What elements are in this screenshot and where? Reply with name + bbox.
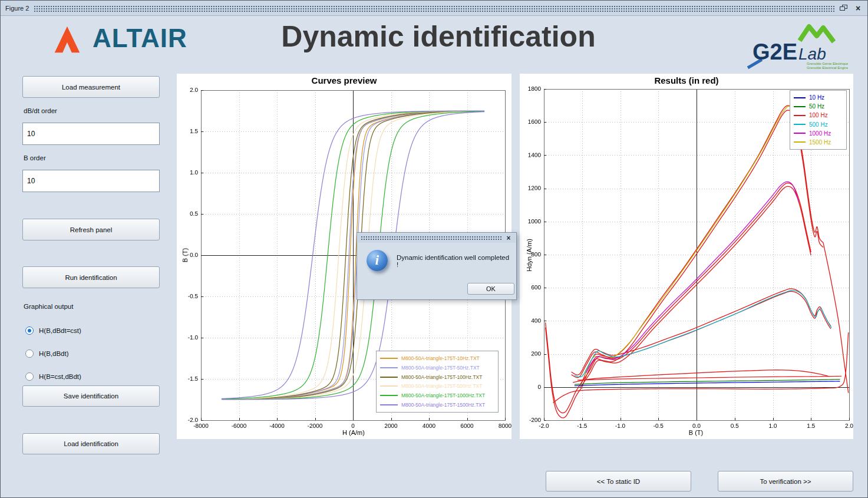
dialog-titlebar[interactable]: × bbox=[358, 233, 516, 243]
radio-label: H(B,dBdt) bbox=[39, 350, 69, 357]
results-y-axis-label: Hdyn (A/m) bbox=[526, 239, 533, 272]
ok-button[interactable]: OK bbox=[467, 283, 514, 295]
legend-line-swatch bbox=[794, 97, 806, 98]
lab-text: Lab bbox=[798, 45, 826, 63]
legend-line-swatch bbox=[380, 385, 398, 387]
dbdt-order-input[interactable] bbox=[22, 123, 160, 145]
mountain-icon bbox=[800, 27, 834, 42]
save-identification-button[interactable]: Save identification bbox=[22, 385, 160, 407]
legend-label: 1500 Hz bbox=[809, 139, 831, 146]
load-identification-button[interactable]: Load identification bbox=[22, 433, 160, 454]
radio-label: H(B=cst,dBdt) bbox=[39, 373, 81, 380]
run-identification-button[interactable]: Run identification bbox=[22, 266, 160, 288]
radio-icon[interactable] bbox=[25, 326, 34, 335]
to-verification-button[interactable]: To verification >> bbox=[718, 471, 853, 492]
curves-chart-title: Curves preview bbox=[177, 75, 511, 85]
legend-line-swatch bbox=[794, 124, 806, 125]
figure-window: Figure 2 × ALTAIR Dynamic identification… bbox=[0, 0, 868, 498]
dialog-titlebar-texture bbox=[361, 236, 501, 241]
restore-icon[interactable] bbox=[839, 4, 849, 12]
legend-label: M800-50A-triangle-175T-50Hz.TXT bbox=[401, 365, 480, 371]
legend-label: 500 Hz bbox=[809, 121, 828, 128]
legend-line-swatch bbox=[794, 115, 806, 116]
legend-label: M800-50A-triangle-175T-500Hz.TXT bbox=[401, 383, 482, 389]
legend-label: 50 Hz bbox=[809, 103, 824, 110]
radio-h-b-dbdt-cst[interactable]: H(B,dBdt=cst) bbox=[25, 326, 81, 335]
legend-line-swatch bbox=[380, 395, 398, 396]
legend-entry: M800-50A-triangle-175T-1500Hz.TXT bbox=[380, 402, 494, 408]
dialog-close-icon[interactable]: × bbox=[504, 234, 513, 242]
legend-line-swatch bbox=[380, 358, 398, 359]
results-x-axis-label: B (T) bbox=[544, 429, 848, 436]
g2e-text: G2E bbox=[753, 39, 797, 64]
b-order-input[interactable] bbox=[22, 170, 160, 192]
refresh-panel-button[interactable]: Refresh panel bbox=[22, 219, 160, 240]
curves-y-axis-label: B (T) bbox=[181, 248, 189, 262]
radio-h-b-dbdt[interactable]: H(B,dBdt) bbox=[25, 349, 69, 358]
window-title: Figure 2 bbox=[5, 5, 29, 12]
load-measurement-button[interactable]: Load measurement bbox=[22, 76, 160, 98]
legend-entry: 10 Hz bbox=[794, 94, 843, 101]
legend-label: M800-50A-triangle-175T-1500Hz.TXT bbox=[401, 402, 485, 408]
legend-label: 10 Hz bbox=[809, 94, 824, 101]
curves-legend: M800-50A-triangle-175T-10Hz.TXTM800-50A-… bbox=[376, 351, 499, 413]
altair-mark-icon bbox=[50, 22, 84, 55]
legend-line-swatch bbox=[380, 404, 398, 405]
legend-line-swatch bbox=[380, 367, 398, 368]
radio-h-bcst-dbdt[interactable]: H(B=cst,dBdt) bbox=[25, 372, 81, 381]
legend-entry: 50 Hz bbox=[794, 103, 843, 110]
radio-icon[interactable] bbox=[25, 372, 34, 381]
graphical-output-label: Graphical output bbox=[24, 303, 73, 310]
radio-label: H(B,dBdt=cst) bbox=[39, 327, 81, 334]
results-legend: 10 Hz50 Hz100 Hz500 Hz1000 Hz1500 Hz bbox=[790, 90, 847, 150]
legend-entry: M800-50A-triangle-175T-1000Hz.TXT bbox=[380, 393, 494, 398]
legend-label: M800-50A-triangle-175T-10Hz.TXT bbox=[401, 355, 480, 361]
legend-line-swatch bbox=[380, 377, 398, 378]
titlebar-texture bbox=[34, 5, 834, 12]
legend-line-swatch bbox=[794, 141, 806, 143]
legend-entry: M800-50A-triangle-175T-500Hz.TXT bbox=[380, 383, 494, 389]
dbdt-order-label: dB/dt order bbox=[24, 107, 57, 114]
curves-x-axis-label: H (A/m) bbox=[201, 429, 506, 436]
legend-label: M800-50A-triangle-175T-1000Hz.TXT bbox=[401, 393, 485, 398]
legend-label: 100 Hz bbox=[809, 112, 828, 118]
completion-dialog: × i Dynamic identification well complete… bbox=[357, 232, 517, 300]
legend-line-swatch bbox=[794, 106, 806, 107]
dialog-message: Dynamic identification well completed ! bbox=[397, 254, 511, 268]
page-title: Dynamic identification bbox=[235, 19, 642, 54]
legend-entry: M800-50A-triangle-175T-50Hz.TXT bbox=[380, 365, 494, 371]
b-order-label: B order bbox=[24, 154, 46, 161]
legend-line-swatch bbox=[794, 133, 806, 134]
legend-entry: M800-50A-triangle-175T-100Hz.TXT bbox=[380, 374, 494, 380]
legend-entry: M800-50A-triangle-175T-10Hz.TXT bbox=[380, 355, 494, 361]
legend-entry: 1000 Hz bbox=[794, 130, 843, 137]
radio-icon[interactable] bbox=[25, 349, 34, 358]
legend-label: M800-50A-triangle-175T-100Hz.TXT bbox=[401, 374, 482, 380]
window-titlebar[interactable]: Figure 2 × bbox=[1, 1, 867, 16]
legend-entry: 100 Hz bbox=[794, 112, 843, 118]
close-icon[interactable]: × bbox=[853, 4, 863, 12]
g2elab-logo: G2E Lab Grenoble Génie Electrique Grenob… bbox=[744, 21, 848, 74]
g2e-tagline-1: Grenoble Génie Electrique bbox=[807, 62, 848, 65]
legend-entry: 500 Hz bbox=[794, 121, 843, 128]
g2e-tagline-2: Grenoble Electrical Engineering bbox=[807, 66, 848, 70]
legend-entry: 1500 Hz bbox=[794, 139, 843, 146]
altair-logo: ALTAIR bbox=[50, 22, 187, 55]
results-panel: Results (in red) Hdyn (A/m) B (T) 10 Hz5… bbox=[520, 74, 853, 439]
info-icon: i bbox=[367, 250, 388, 271]
results-chart-title: Results (in red) bbox=[520, 75, 853, 85]
altair-wordmark: ALTAIR bbox=[93, 24, 187, 53]
to-static-id-button[interactable]: << To static ID bbox=[546, 471, 691, 492]
legend-label: 1000 Hz bbox=[809, 130, 831, 137]
